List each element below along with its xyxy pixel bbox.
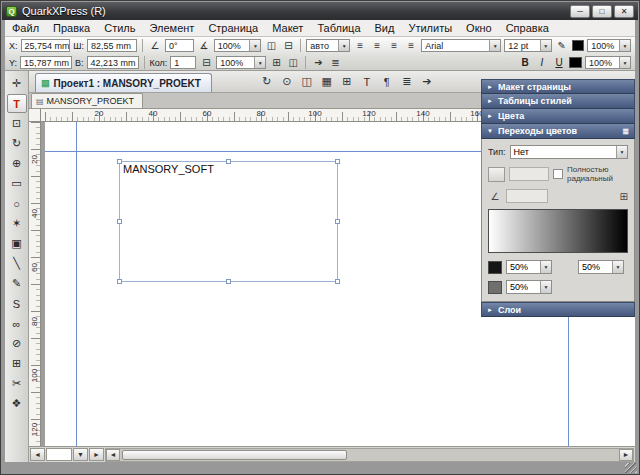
italic-button[interactable]: I	[535, 57, 549, 68]
menu-table[interactable]: Таблица	[310, 21, 367, 35]
scale-x-select[interactable]: 100% ▼	[214, 39, 262, 52]
scrollbar-thumb[interactable]	[122, 450, 347, 460]
menu-element[interactable]: Элемент	[143, 21, 202, 35]
height-input[interactable]: 42,213 mm	[87, 56, 139, 69]
columns-input[interactable]: 1	[170, 56, 196, 69]
guides-icon[interactable]: ▦	[320, 75, 334, 89]
line-tool[interactable]: ╲	[7, 254, 27, 273]
resize-handle[interactable]	[226, 159, 231, 164]
text-path-tool[interactable]: S	[7, 294, 27, 313]
dropdown-arrow-icon[interactable]: ▼	[619, 57, 630, 68]
project-tab[interactable]: ▤ Проект1 : MANSORY_PROEKT	[35, 73, 212, 92]
selected-text-box[interactable]: MANSORY_SOFT	[119, 161, 338, 282]
angle-display-icon[interactable]: ⊙	[280, 75, 294, 89]
menu-style[interactable]: Стиль	[97, 21, 142, 35]
grid-icon[interactable]: ⊞	[269, 56, 283, 70]
resize-handle[interactable]	[335, 159, 340, 164]
full-radial-checkbox[interactable]	[553, 169, 563, 179]
palette-header-colors[interactable]: ► Цвета	[481, 109, 635, 124]
text-box-content[interactable]: MANSORY_SOFT	[123, 163, 214, 175]
menu-edit[interactable]: Правка	[46, 21, 97, 35]
rotation-tool[interactable]: ↻	[7, 134, 27, 153]
item-tool[interactable]: ✛	[7, 74, 27, 93]
blend-color2-swatch[interactable]	[488, 281, 502, 294]
flip-vertical-icon[interactable]: ⊟	[281, 39, 295, 53]
frame-select-icon[interactable]: ◫	[300, 75, 314, 89]
palette-header-style-sheets[interactable]: ► Таблицы стилей	[481, 94, 635, 109]
layout-tab[interactable]: ▤ MANSORY_PROEKT	[31, 93, 143, 108]
list-icon[interactable]: ≣	[328, 56, 342, 70]
dropdown-arrow-icon[interactable]: ▼	[540, 281, 551, 293]
fill-opacity-select[interactable]: 100% ▼	[585, 56, 631, 69]
menu-page[interactable]: Страница	[201, 21, 265, 35]
prev-page-button[interactable]: ◄	[30, 448, 45, 461]
scroll-right-button[interactable]: ►	[619, 449, 633, 461]
x-input[interactable]: 25,754 mm	[21, 39, 71, 52]
palette-header-page-layout[interactable]: ► Макет страницы	[481, 79, 635, 94]
flip-horizontal-icon[interactable]: ◫	[264, 39, 278, 53]
page-number-field[interactable]	[46, 448, 72, 461]
align-right-icon[interactable]: ≡	[387, 39, 401, 53]
column-icon[interactable]: ⊟	[199, 56, 213, 70]
menu-view[interactable]: Вид	[368, 21, 402, 35]
arrow-right-icon[interactable]: ➔	[420, 75, 434, 89]
text-content-tool[interactable]: T	[7, 94, 27, 113]
starburst-tool[interactable]: ✶	[7, 214, 27, 233]
paragraph-icon[interactable]: ¶	[380, 75, 394, 89]
fill-color-swatch[interactable]	[569, 57, 582, 68]
blend-shade2-select[interactable]: 50% ▼	[506, 280, 552, 294]
minimize-button[interactable]: ─	[570, 5, 590, 18]
align-justify-icon[interactable]: ≡	[404, 39, 418, 53]
resize-handle[interactable]	[117, 219, 122, 224]
underline-button[interactable]: U	[552, 57, 566, 68]
next-page-button[interactable]: ►	[89, 448, 104, 461]
angle-input[interactable]: 0°	[165, 39, 194, 52]
menu-file[interactable]: Файл	[5, 21, 46, 35]
linking-tool[interactable]: ∞	[7, 314, 27, 333]
close-button[interactable]: ✕	[614, 5, 634, 18]
dropdown-arrow-icon[interactable]: ▼	[540, 261, 551, 273]
dropdown-arrow-icon[interactable]: ▼	[619, 40, 630, 51]
font-select[interactable]: Arial ▼	[421, 39, 501, 52]
pen-icon[interactable]: ✎	[555, 39, 569, 53]
dropdown-arrow-icon[interactable]: ▼	[254, 57, 265, 68]
resize-handle[interactable]	[335, 279, 340, 284]
resize-handle[interactable]	[226, 279, 231, 284]
zoom-tool[interactable]: ⊕	[7, 154, 27, 173]
resize-handle[interactable]	[117, 159, 122, 164]
frame-icon[interactable]: ◫	[286, 56, 300, 70]
resize-handle[interactable]	[117, 279, 122, 284]
palette-menu-icon[interactable]: ≣	[622, 127, 629, 136]
menu-help[interactable]: Справка	[499, 21, 556, 35]
text-color-swatch[interactable]	[572, 40, 584, 51]
font-size-select[interactable]: 12 pt ▼	[504, 39, 552, 52]
blend-midpoint-select[interactable]: 50% ▼	[578, 260, 624, 274]
table-tool[interactable]: ⊞	[7, 354, 27, 373]
resize-handle[interactable]	[335, 219, 340, 224]
align-center-icon[interactable]: ≡	[370, 39, 384, 53]
palette-header-blends[interactable]: ▼ Переходы цветов ≣	[481, 124, 635, 139]
blend-type-select[interactable]: Нет ▼	[510, 145, 628, 159]
dropdown-arrow-icon[interactable]: ▼	[612, 261, 623, 273]
bezier-pen-tool[interactable]: ✎	[7, 274, 27, 293]
scale-y-select[interactable]: 100% ▼	[216, 56, 266, 69]
page-popup-button[interactable]: ▼	[73, 448, 88, 461]
align-left-icon[interactable]: ≡	[353, 39, 367, 53]
menu-utilities[interactable]: Утилиты	[401, 21, 459, 35]
rectangle-box-tool[interactable]: ▭	[7, 174, 27, 193]
skew-icon[interactable]: ∡	[197, 39, 211, 53]
menu-window[interactable]: Окно	[459, 21, 499, 35]
composition-zones-tool[interactable]: ▣	[7, 234, 27, 253]
vertical-ruler[interactable]: 20406080100120	[29, 122, 41, 446]
scroll-left-button[interactable]: ◄	[106, 449, 120, 461]
dropdown-arrow-icon[interactable]: ▼	[249, 40, 260, 51]
pan-tool[interactable]: ❖	[7, 394, 27, 413]
width-input[interactable]: 82,55 mm	[87, 39, 137, 52]
bold-button[interactable]: B	[518, 57, 532, 68]
dropdown-arrow-icon[interactable]: ▼	[489, 40, 500, 51]
text-icon[interactable]: T	[360, 75, 374, 89]
arrow-icon[interactable]: ➔	[311, 56, 325, 70]
margin-guide-left[interactable]	[76, 122, 77, 446]
leading-select[interactable]: авто ▼	[306, 39, 350, 52]
blend-color-swatch-button[interactable]	[488, 167, 505, 182]
